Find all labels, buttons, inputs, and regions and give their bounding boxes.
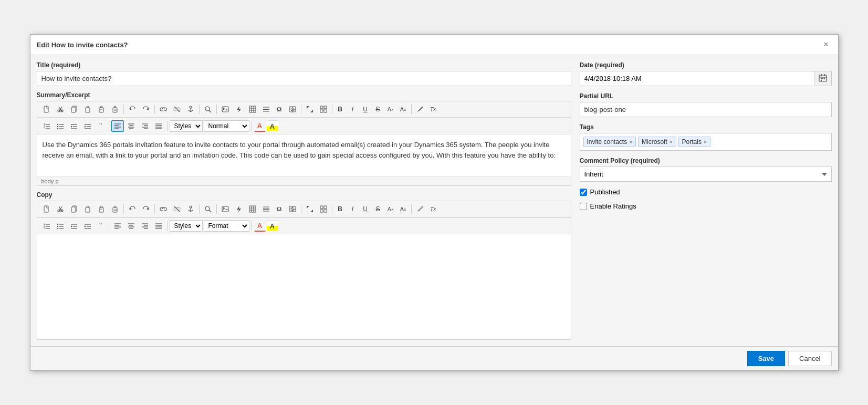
subscript-btn[interactable]: Ax: [385, 103, 396, 115]
image-btn[interactable]: [219, 103, 232, 115]
bg-color-btn-summary[interactable]: A: [267, 120, 278, 132]
anchor-btn[interactable]: [184, 103, 197, 115]
copy-strike-btn[interactable]: S: [372, 203, 384, 215]
underline-btn[interactable]: U: [360, 103, 371, 115]
copy-undo-btn[interactable]: [126, 203, 139, 215]
paste-btn[interactable]: [81, 103, 94, 115]
copy-omega-btn[interactable]: Ω: [274, 203, 285, 215]
copy-btn[interactable]: [68, 103, 80, 115]
show-blocks-btn[interactable]: [317, 103, 330, 115]
copy-ol-btn[interactable]: 1.2.3.: [40, 220, 53, 232]
comment-policy-select[interactable]: Inherit Open Moderated Closed: [580, 167, 832, 182]
new-doc-btn[interactable]: [40, 103, 53, 115]
copy-table-btn[interactable]: [246, 203, 259, 215]
copy-cut-btn[interactable]: [54, 203, 67, 215]
pencil-btn[interactable]: [414, 103, 426, 115]
copy-maximize-btn[interactable]: [304, 203, 316, 215]
copy-ul-btn[interactable]: [54, 220, 67, 232]
enable-ratings-checkbox[interactable]: [580, 203, 587, 210]
copy-superscript-btn[interactable]: Ax: [398, 203, 409, 215]
superscript-btn[interactable]: Ax: [398, 103, 409, 115]
flash-btn[interactable]: [233, 103, 245, 115]
copy-new-doc-btn[interactable]: [40, 203, 53, 215]
copy-copy-btn[interactable]: [68, 203, 80, 215]
paste-word-btn[interactable]: W: [109, 103, 121, 115]
format-select-summary[interactable]: Normal Heading 1 Heading 2 Heading 3 Par…: [204, 120, 249, 132]
paste-text-btn[interactable]: [95, 103, 108, 115]
cut-btn[interactable]: [54, 103, 67, 115]
copy-blockquote-btn[interactable]: ": [95, 220, 107, 232]
blockquote-btn[interactable]: ": [95, 120, 107, 132]
copy-subscript-btn[interactable]: Ax: [385, 203, 396, 215]
maximize-btn[interactable]: [304, 103, 316, 115]
enable-ratings-label[interactable]: Enable Ratings: [590, 202, 636, 210]
remove-format-btn[interactable]: Tx: [427, 103, 439, 115]
copy-find-btn[interactable]: [202, 203, 214, 215]
font-color-btn-summary[interactable]: A: [254, 120, 266, 132]
bold-btn[interactable]: B: [334, 103, 346, 115]
format-select-copy[interactable]: Format Normal Heading 1 Heading 2 Headin…: [204, 220, 249, 232]
copy-pencil-btn[interactable]: [414, 203, 426, 215]
copy-iframe-btn[interactable]: [286, 203, 299, 215]
copy-flash-btn[interactable]: [233, 203, 245, 215]
tag-microsoft-remove[interactable]: ×: [670, 139, 673, 145]
copy-remove-format-btn[interactable]: Tx: [427, 203, 439, 215]
save-button[interactable]: Save: [747, 351, 785, 366]
title-input[interactable]: [37, 71, 571, 86]
summary-editor-content[interactable]: Use the Dynamics 365 portals invitation …: [37, 134, 571, 176]
partial-url-input[interactable]: [580, 102, 832, 117]
find-btn[interactable]: [202, 103, 214, 115]
copy-align-justify-btn[interactable]: [152, 220, 165, 232]
copy-font-color-btn[interactable]: A: [254, 220, 266, 232]
date-input[interactable]: [580, 71, 814, 86]
tag-invite-contacts-remove[interactable]: ×: [629, 139, 632, 145]
tag-portals-remove[interactable]: ×: [704, 139, 707, 145]
undo-btn[interactable]: [126, 103, 139, 115]
redo-btn[interactable]: [140, 103, 152, 115]
hr-btn[interactable]: [260, 103, 273, 115]
tags-container[interactable]: Invite contacts × Microsoft × Portals ×: [580, 133, 832, 151]
copy-hr-btn[interactable]: [260, 203, 273, 215]
unlink-btn[interactable]: [171, 103, 183, 115]
italic-btn[interactable]: I: [347, 103, 359, 115]
copy-redo-btn[interactable]: [140, 203, 152, 215]
copy-align-right-btn[interactable]: [139, 220, 151, 232]
indent-btn[interactable]: [81, 120, 94, 132]
copy-indent-btn[interactable]: [81, 220, 94, 232]
link-btn[interactable]: [157, 103, 170, 115]
copy-show-blocks-btn[interactable]: [317, 203, 330, 215]
copy-align-center-btn[interactable]: [125, 220, 138, 232]
close-button[interactable]: ×: [820, 39, 831, 50]
published-checkbox[interactable]: [580, 189, 587, 196]
published-label[interactable]: Published: [590, 188, 620, 196]
iframe-btn[interactable]: [286, 103, 299, 115]
strike-btn[interactable]: S: [372, 103, 384, 115]
cancel-button[interactable]: Cancel: [788, 351, 831, 366]
ul-btn[interactable]: [54, 120, 67, 132]
copy-bold-btn[interactable]: B: [334, 203, 346, 215]
copy-paste-text-btn[interactable]: [95, 203, 108, 215]
copy-anchor-btn[interactable]: [184, 203, 197, 215]
copy-align-left-btn[interactable]: [111, 220, 124, 232]
align-center-btn[interactable]: [125, 120, 138, 132]
outdent-btn[interactable]: [68, 120, 80, 132]
copy-italic-btn[interactable]: I: [347, 203, 359, 215]
copy-paste-btn[interactable]: [81, 203, 94, 215]
table-btn[interactable]: [246, 103, 259, 115]
copy-image-btn[interactable]: [219, 203, 232, 215]
copy-editor-content[interactable]: [37, 234, 571, 339]
align-justify-btn[interactable]: [152, 120, 165, 132]
omega-btn[interactable]: Ω: [274, 103, 285, 115]
copy-outdent-btn[interactable]: [68, 220, 80, 232]
copy-link-btn[interactable]: [157, 203, 170, 215]
styles-select-summary[interactable]: Styles: [170, 120, 203, 132]
ol-btn[interactable]: 1.2.3.: [40, 120, 53, 132]
align-right-btn[interactable]: [139, 120, 151, 132]
styles-select-copy[interactable]: Styles: [170, 220, 203, 232]
copy-underline-btn[interactable]: U: [360, 203, 371, 215]
copy-paste-word-btn[interactable]: W: [109, 203, 121, 215]
copy-bg-color-btn[interactable]: A: [267, 220, 278, 232]
calendar-button[interactable]: [814, 71, 832, 86]
align-left-btn[interactable]: [111, 120, 124, 132]
copy-unlink-btn[interactable]: [171, 203, 183, 215]
